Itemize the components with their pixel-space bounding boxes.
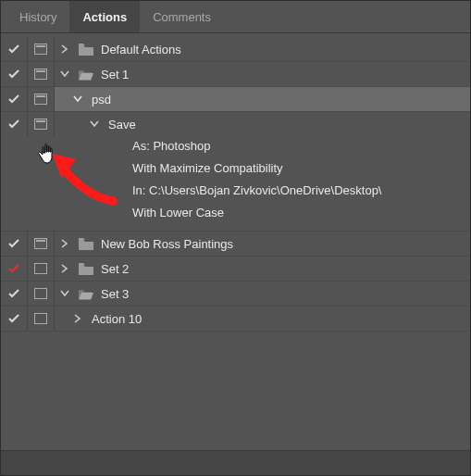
tab-history[interactable]: History [6,1,69,32]
detail-lower: With Lower Case [129,205,224,221]
tab-actions[interactable]: Actions [69,1,140,32]
checkmark-icon [8,94,19,105]
row-label: New Bob Ross Paintings [101,237,233,251]
chevron-right-icon[interactable] [58,237,71,250]
folder-open-icon [79,288,93,300]
dialog-toggle-icon[interactable] [34,288,47,299]
save-details: As: Photoshop With Maximize Compatibilit… [1,136,470,232]
chevron-right-icon[interactable] [58,262,71,275]
dialog-toggle-icon[interactable] [34,94,47,105]
row-label: Save [108,118,136,132]
actions-tree: Default Actions Set 1 psd [1,33,470,332]
chevron-right-icon[interactable] [71,312,84,325]
row-label: Set 1 [101,68,129,81]
row-new-bob-ross[interactable]: New Bob Ross Paintings [1,232,470,257]
dialog-toggle-icon[interactable] [34,44,47,55]
checkmark-icon [8,288,19,299]
panel-tabs: History Actions Comments [1,1,470,33]
chevron-down-icon[interactable] [71,93,84,106]
checkmark-icon [8,44,19,55]
chevron-down-icon[interactable] [88,118,101,131]
checkmark-icon [8,69,19,80]
row-label: psd [92,93,111,106]
row-psd[interactable]: psd [1,87,470,112]
dialog-toggle-icon[interactable] [34,263,47,274]
row-default-actions[interactable]: Default Actions [1,37,470,62]
checkmark-icon [8,263,19,274]
folder-open-icon [79,69,93,81]
row-set2[interactable]: Set 2 [1,257,470,282]
row-label: Action 10 [92,312,142,326]
actions-panel: History Actions Comments Default Actions… [0,0,471,476]
dialog-toggle-icon[interactable] [34,313,47,324]
row-set3[interactable]: Set 3 [1,282,470,307]
row-save[interactable]: Save [1,112,470,136]
detail-in: In: C:\Users\Bojan Zivkovic\OneDrive\Des… [129,182,381,199]
folder-closed-icon [79,238,93,250]
chevron-right-icon[interactable] [58,43,71,56]
chevron-down-icon[interactable] [58,68,71,81]
folder-closed-icon [79,263,93,275]
dialog-toggle-icon[interactable] [34,238,47,249]
dialog-toggle-icon[interactable] [34,69,47,80]
row-label: Default Actions [101,43,181,56]
folder-closed-icon [79,44,93,56]
checkmark-icon [8,313,19,324]
row-action10[interactable]: Action 10 [1,307,470,332]
tab-comments[interactable]: Comments [140,1,224,32]
chevron-down-icon[interactable] [58,287,71,300]
row-label: Set 2 [101,262,129,276]
checkmark-icon [8,119,19,130]
row-label: Set 3 [101,287,129,301]
detail-as: As: Photoshop [129,138,211,155]
checkmark-icon [8,238,19,249]
panel-footer [1,450,470,475]
dialog-toggle-icon[interactable] [34,119,47,130]
detail-compat: With Maximize Compatibility [129,160,283,177]
row-set1[interactable]: Set 1 [1,62,470,87]
